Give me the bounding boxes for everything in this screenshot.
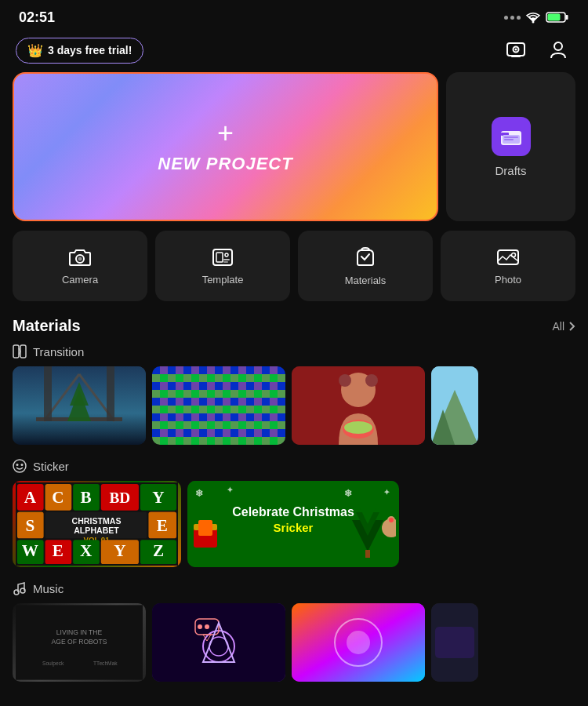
chevron-right-icon [568, 321, 575, 332]
transition-thumb-4[interactable] [431, 366, 478, 445]
music-thumb-1[interactable]: LIVING IN THE AGE OF ROBOTS Soulpeck TTe… [13, 603, 146, 682]
drafts-folder-icon [499, 125, 523, 148]
top-actions [502, 36, 572, 64]
svg-text:Y: Y [152, 488, 164, 507]
sticker-icon [13, 459, 27, 473]
svg-text:Y: Y [114, 541, 125, 560]
svg-point-41 [339, 374, 351, 387]
svg-point-42 [365, 374, 378, 387]
svg-text:BD: BD [109, 489, 130, 506]
project-row: + NEW PROJECT Drafts [13, 72, 575, 221]
svg-point-109 [198, 624, 202, 629]
camera-label: Camera [62, 274, 98, 286]
plus-icon: + [217, 119, 234, 147]
svg-rect-20 [223, 261, 228, 263]
materials-all-button[interactable]: All [552, 320, 575, 333]
svg-point-48 [13, 460, 26, 472]
materials-section-header: Materials All [13, 317, 575, 335]
materials-title: Materials [13, 317, 81, 335]
svg-text:AGE OF ROBOTS: AGE OF ROBOTS [52, 638, 107, 646]
svg-rect-17 [216, 253, 223, 262]
svg-rect-23 [13, 345, 19, 358]
music-thumbnails: LIVING IN THE AGE OF ROBOTS Soulpeck TTe… [13, 603, 575, 682]
svg-rect-24 [20, 345, 26, 358]
svg-rect-19 [223, 259, 230, 260]
svg-rect-12 [504, 136, 518, 138]
drafts-card[interactable]: Drafts [446, 72, 575, 221]
template-button[interactable]: Template [155, 231, 290, 301]
svg-rect-116 [435, 627, 474, 658]
camera-button[interactable]: Camera [13, 231, 147, 301]
svg-text:S: S [25, 516, 34, 535]
main-content: + NEW PROJECT Drafts [0, 72, 588, 682]
materials-label: Materials [345, 275, 387, 286]
music-header: Music [13, 581, 575, 595]
screen-recorder-button[interactable] [502, 36, 530, 64]
svg-text:Soulpeck: Soulpeck [42, 661, 64, 667]
photo-label: Photo [495, 274, 521, 286]
svg-text:ALPHABET: ALPHABET [74, 526, 119, 535]
svg-point-110 [205, 624, 209, 629]
svg-marker-29 [44, 366, 52, 421]
svg-point-44 [344, 421, 372, 434]
transition-thumb-1[interactable] [13, 366, 146, 445]
svg-text:LIVING IN THE: LIVING IN THE [56, 628, 103, 636]
profile-button[interactable] [544, 36, 572, 64]
drafts-label: Drafts [495, 164, 526, 177]
music-icon [13, 581, 27, 595]
transition-thumb-3[interactable] [292, 366, 425, 445]
svg-point-0 [532, 20, 535, 23]
sticker-item-1[interactable]: A C B BD Y S CHRISTMAS ALPHABET VOL 01 [13, 481, 181, 567]
transition-thumb-2[interactable] [152, 366, 285, 445]
svg-text:❄: ❄ [344, 488, 352, 499]
drafts-icon [492, 117, 531, 156]
transition-section: Transition [13, 344, 575, 445]
sticker-item-2[interactable]: ❄ ✦ ❄ ✦ Celebrate Christmas Sricker [187, 481, 399, 567]
trial-badge[interactable]: 👑 3 days free trial! [16, 38, 143, 64]
svg-rect-87 [198, 520, 212, 536]
template-icon [211, 247, 234, 267]
svg-text:W: W [22, 541, 38, 560]
svg-point-18 [225, 253, 228, 257]
status-time: 02:51 [19, 9, 55, 26]
transition-thumbnails [13, 366, 575, 445]
sticker-thumbnails: A C B BD Y S CHRISTMAS ALPHABET VOL 01 [13, 481, 575, 567]
screen-record-icon [505, 39, 527, 61]
materials-button[interactable]: Materials [298, 231, 433, 301]
signal-dots [504, 16, 521, 20]
svg-text:Celebrate Christmas: Celebrate Christmas [232, 505, 354, 519]
svg-point-15 [78, 257, 82, 260]
svg-text:X: X [80, 541, 93, 560]
profile-icon [547, 39, 569, 61]
svg-rect-38 [152, 366, 285, 445]
sticker-label: Sticker [33, 460, 69, 473]
new-project-label: NEW PROJECT [158, 154, 292, 174]
materials-icon [354, 246, 377, 268]
music-thumb-2[interactable] [152, 603, 285, 682]
svg-text:TTechMak: TTechMak [93, 661, 118, 666]
svg-rect-13 [504, 139, 514, 140]
photo-button[interactable]: Photo [441, 231, 575, 301]
svg-rect-5 [511, 56, 521, 57]
trial-label: 3 days free trial! [48, 44, 132, 56]
battery-icon [546, 11, 569, 24]
svg-rect-2 [566, 15, 568, 20]
svg-text:E: E [53, 541, 64, 560]
svg-text:B: B [80, 488, 91, 507]
svg-point-7 [515, 49, 517, 51]
music-thumb-4[interactable] [431, 603, 478, 682]
svg-point-114 [347, 631, 370, 654]
transition-label: Transition [33, 345, 84, 358]
svg-text:✦: ✦ [227, 486, 234, 494]
svg-text:A: A [24, 488, 37, 507]
all-label: All [552, 320, 564, 333]
top-bar: 👑 3 days free trial! [0, 31, 588, 72]
status-bar: 02:51 [0, 0, 588, 31]
music-thumb-3[interactable] [292, 603, 425, 682]
music-label: Music [33, 582, 64, 595]
new-project-card[interactable]: + NEW PROJECT [13, 72, 438, 221]
template-label: Template [202, 274, 244, 286]
status-icons [504, 11, 569, 24]
svg-text:CHRISTMAS: CHRISTMAS [72, 516, 122, 526]
svg-point-8 [554, 42, 562, 50]
